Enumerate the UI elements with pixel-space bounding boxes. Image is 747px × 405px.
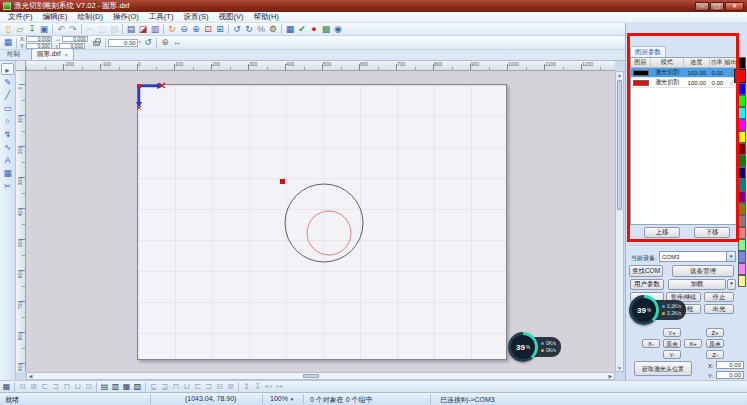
- polyline-tool-icon[interactable]: ↯: [1, 128, 14, 140]
- doc-settings-icon[interactable]: ▥: [149, 24, 161, 35]
- position-x-field[interactable]: 0.00: [716, 361, 744, 369]
- palette-color-swatch[interactable]: [738, 203, 746, 215]
- screen-icon[interactable]: ▩: [320, 24, 332, 35]
- position-y-field[interactable]: 0.00: [716, 371, 744, 379]
- split-tool-icon[interactable]: ✂: [1, 180, 14, 192]
- line-tool-icon[interactable]: ╱: [1, 89, 14, 101]
- status-zoom[interactable]: 100% ▼: [270, 395, 294, 402]
- image-tool-icon[interactable]: ▦: [1, 167, 14, 179]
- palette-color-swatch[interactable]: [738, 57, 746, 69]
- work-page[interactable]: [137, 84, 507, 360]
- stop-button[interactable]: 停止: [704, 292, 734, 302]
- menu-item-4[interactable]: 工具(T): [144, 12, 179, 22]
- get-laser-position-button[interactable]: 获取激光头位置: [634, 361, 692, 376]
- layer-row[interactable]: 激光切割100.000.00√: [631, 78, 737, 88]
- node-edit-tool-icon[interactable]: ✎: [1, 76, 14, 88]
- zoom-select-icon[interactable]: ⊡: [202, 24, 214, 35]
- device-port-select[interactable]: COM3 ▼: [659, 251, 736, 262]
- menu-item-3[interactable]: 操作(O): [108, 12, 144, 22]
- menu-item-6[interactable]: 视图(V): [213, 12, 248, 22]
- palette-color-swatch[interactable]: [738, 215, 746, 227]
- select-tool-icon[interactable]: ▸: [1, 63, 14, 75]
- shape-circle[interactable]: [307, 211, 351, 255]
- position-center-icon[interactable]: ⊕: [159, 37, 171, 48]
- load-button[interactable]: 加载: [668, 279, 726, 290]
- side-tab-draw[interactable]: 绘制: [2, 49, 25, 60]
- save-icon[interactable]: ▣: [38, 24, 50, 35]
- device-icon[interactable]: ▦: [284, 24, 296, 35]
- minimize-button[interactable]: –: [695, 2, 709, 11]
- rotate-right-icon[interactable]: ↻: [243, 24, 255, 35]
- layer-color-swatch[interactable]: [633, 70, 649, 76]
- vertical-scrollbar[interactable]: ▲ ▼: [615, 71, 624, 372]
- menu-item-2[interactable]: 绘制(D): [73, 12, 108, 22]
- ellipse-tool-icon[interactable]: ○: [1, 115, 14, 127]
- palette-color-swatch[interactable]: [734, 69, 746, 83]
- preview-icon[interactable]: ▤: [125, 24, 137, 35]
- find-com-button[interactable]: 查找COM: [629, 265, 663, 277]
- palette-color-swatch[interactable]: [738, 275, 746, 287]
- horizontal-scrollbar[interactable]: ◀ ▶: [26, 372, 615, 380]
- jog-x-plus-button[interactable]: X+: [684, 339, 702, 348]
- x-position-field[interactable]: 0.000: [26, 36, 52, 42]
- help-icon[interactable]: ◉: [332, 24, 344, 35]
- output-doc-icon[interactable]: ◪: [137, 24, 149, 35]
- scroll-down-icon[interactable]: ▼: [616, 365, 623, 371]
- palette-color-swatch[interactable]: [738, 251, 746, 263]
- redo-icon[interactable]: ↷: [67, 24, 79, 35]
- verify-icon[interactable]: ✔: [296, 24, 308, 35]
- user-params-button[interactable]: 用户参数: [630, 279, 664, 290]
- speed-monitor-badge[interactable]: 39% 0K/s 0K/s: [508, 332, 561, 362]
- layer-table[interactable]: 图层模式速度功率输出激光切割100.000.00√激光切割100.000.00√: [630, 57, 738, 225]
- palette-color-swatch[interactable]: [738, 119, 746, 131]
- text-tool-icon[interactable]: A: [1, 154, 14, 166]
- view-mode-1-icon[interactable]: ▤: [99, 382, 110, 392]
- shape-point[interactable]: [280, 179, 285, 184]
- open-icon[interactable]: ▱: [14, 24, 26, 35]
- speed-monitor-badge[interactable]: 39% 0.2K/s 0.2K/s: [629, 295, 686, 325]
- jog-z-plus-button[interactable]: Z+: [706, 328, 724, 337]
- palette-color-swatch[interactable]: [738, 227, 746, 239]
- jog-origin-button[interactable]: 原点: [663, 339, 681, 348]
- move-down-button[interactable]: 下移: [694, 227, 730, 238]
- rectangle-tool-icon[interactable]: ▭: [1, 102, 14, 114]
- tab-close-icon[interactable]: ×: [64, 52, 68, 58]
- layer-row[interactable]: 激光切割100.000.00√: [631, 68, 737, 78]
- palette-color-swatch[interactable]: [738, 239, 746, 251]
- width-field[interactable]: 0.000: [62, 36, 88, 42]
- curve-tool-icon[interactable]: ∿: [1, 141, 14, 153]
- layer-color-swatch[interactable]: [633, 80, 649, 86]
- stop-mark-icon[interactable]: ●: [308, 24, 320, 35]
- palette-color-swatch[interactable]: [738, 155, 746, 167]
- scroll-right-icon[interactable]: ▶: [607, 373, 614, 379]
- horizontal-scroll-thumb[interactable]: [303, 374, 319, 378]
- zoom-in-icon[interactable]: ⊕: [190, 24, 202, 35]
- palette-color-swatch[interactable]: [738, 83, 746, 95]
- move-up-button[interactable]: 上移: [644, 227, 680, 238]
- import-icon[interactable]: ↧: [26, 24, 38, 35]
- palette-color-swatch[interactable]: [738, 263, 746, 275]
- palette-color-swatch[interactable]: [738, 131, 746, 143]
- palette-color-swatch[interactable]: [738, 167, 746, 179]
- jog-y-minus-button[interactable]: Y-: [663, 350, 681, 359]
- menu-item-7[interactable]: 帮助(H): [248, 12, 283, 22]
- load-dropdown-icon[interactable]: ▼: [727, 279, 736, 290]
- view-mode-2-icon[interactable]: ▥: [110, 382, 121, 392]
- position-fit-icon[interactable]: ↔: [171, 37, 183, 48]
- shape-circle[interactable]: [285, 184, 363, 262]
- scroll-left-icon[interactable]: ◀: [27, 373, 34, 379]
- view-mode-4-icon[interactable]: ▧: [132, 382, 143, 392]
- menu-item-5[interactable]: 设置(S): [178, 12, 213, 22]
- document-tab[interactable]: 圆形.dxf ×: [31, 48, 74, 60]
- lock-ratio-icon[interactable]: [93, 41, 100, 46]
- close-button[interactable]: ✕: [725, 2, 744, 11]
- jog-y-plus-button[interactable]: Y+: [663, 328, 681, 337]
- laser-button[interactable]: 出光: [704, 304, 734, 314]
- rotate-left-icon[interactable]: ↺: [231, 24, 243, 35]
- maximize-button[interactable]: ▢: [710, 2, 724, 11]
- jog-z-minus-button[interactable]: Z-: [706, 350, 724, 359]
- palette-color-swatch[interactable]: [738, 95, 746, 107]
- menu-item-1[interactable]: 编辑(E): [38, 12, 73, 22]
- track-icon[interactable]: ↻: [166, 24, 178, 35]
- combo-arrow-icon[interactable]: ▼: [726, 252, 735, 261]
